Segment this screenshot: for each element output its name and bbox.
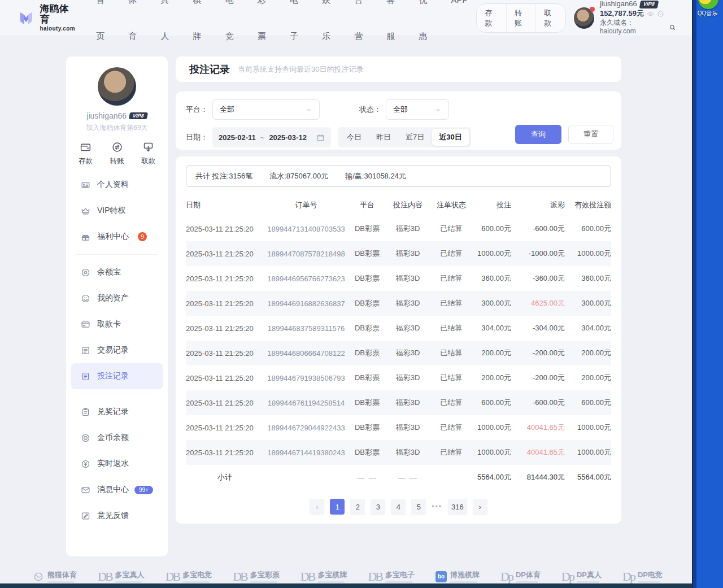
- cell-valid: 304.00元: [565, 323, 611, 333]
- search-icon[interactable]: [669, 24, 676, 31]
- footer-logo-DP电竞[interactable]: DpDP电竞: [622, 570, 663, 583]
- sidebar-item-余额宝[interactable]: 余额宝: [66, 259, 168, 285]
- footer-logo-熊猫体育[interactable]: 熊猫体育: [33, 570, 77, 583]
- sidebar-item-实时返水[interactable]: 实时返水: [66, 451, 168, 477]
- feedback-icon: [81, 511, 90, 521]
- cell-valid: 600.00元: [565, 398, 611, 408]
- nav-menu-item-优惠[interactable]: 优惠: [410, 0, 442, 54]
- list-icon: [81, 346, 90, 355]
- wallet-action-存款[interactable]: 存款: [477, 4, 506, 32]
- goldcoin-icon: [81, 433, 90, 443]
- cell-platform: DB彩票: [349, 398, 386, 408]
- brand-logo[interactable]: 海鸥体育 haiouty.com: [17, 4, 76, 31]
- footer-logo-name: 多宝电竞: [182, 570, 212, 583]
- summary-segment: 输/赢:301058.24元: [345, 171, 406, 181]
- quick-action-label: 转账: [110, 156, 124, 166]
- date-end: 2025-03-12: [269, 133, 307, 142]
- footer-logo-多宝电子[interactable]: DB多宝电子: [368, 570, 415, 583]
- cell-platform: DB彩票: [349, 348, 386, 358]
- qq-music-desktop-icon[interactable]: [698, 0, 718, 9]
- range-近30日[interactable]: 近30日: [432, 129, 468, 146]
- sidebar-avatar[interactable]: [98, 67, 136, 106]
- search-button[interactable]: 查询: [515, 125, 561, 144]
- table-body: 2025-03-11 21:25:201899447131408703533DB…: [186, 216, 611, 465]
- cell-content: 福彩3D: [386, 447, 430, 458]
- quick-action-存款[interactable]: 存款: [79, 141, 93, 166]
- sidebar-item-VIP特权[interactable]: VIP特权: [66, 198, 168, 224]
- cell-payout: 40041.65元: [511, 423, 565, 433]
- nav-right: 存款转账取款 jiushigan66 VIP8 152,787.59元: [476, 0, 676, 36]
- quick-action-取款[interactable]: 取款: [141, 141, 155, 166]
- sidebar-item-福利中心[interactable]: 福利中心9: [66, 224, 168, 250]
- nav-menu-item-电竞[interactable]: 电竞: [217, 0, 249, 54]
- col-header-日期: 日期: [186, 200, 264, 210]
- range-近7日[interactable]: 近7日: [399, 129, 431, 146]
- user-avatar[interactable]: [574, 7, 594, 29]
- sidebar-item-个人资料[interactable]: 个人资料: [66, 172, 168, 198]
- pagination-page-3[interactable]: 3: [371, 499, 385, 515]
- sidebar-item-兑奖记录[interactable]: 兑奖记录: [66, 399, 168, 425]
- pagination-page-5[interactable]: 5: [411, 499, 426, 515]
- assets-icon: [81, 294, 90, 303]
- platform-select[interactable]: 全部: [212, 99, 320, 120]
- sidebar-item-badge: 99+: [134, 486, 153, 494]
- pagination-page-1[interactable]: 1: [330, 499, 345, 515]
- status-select[interactable]: 全部: [386, 99, 449, 120]
- sidebar-item-取款卡[interactable]: 取款卡: [66, 311, 168, 337]
- eye-icon[interactable]: [647, 10, 654, 18]
- nav-menu-item-电子[interactable]: 电子: [281, 0, 313, 54]
- sidebar-item-意见反馈[interactable]: 意见反馈: [66, 503, 168, 529]
- nav-menu-item-APP[interactable]: APP: [443, 0, 477, 54]
- nav-menu-item-体育[interactable]: 体育: [120, 0, 152, 54]
- nav-menu-item-棋牌[interactable]: 棋牌: [185, 0, 217, 54]
- cell-status: 已结算: [430, 273, 473, 284]
- footer-logo-多宝真人[interactable]: DB多宝真人: [98, 570, 145, 583]
- footer-logo-多宝彩票[interactable]: DB多宝彩票: [233, 570, 280, 583]
- footer-partner-logos: 熊猫体育DB多宝真人DB多宝电竞DB多宝彩票DB多宝棋牌DB多宝电子bo博雅棋牌…: [0, 570, 692, 583]
- nav-menu-item-客服[interactable]: 客服: [378, 0, 410, 54]
- cell-date: 2025-03-11 21:25:20: [186, 324, 264, 333]
- sidebar-divider: [76, 394, 158, 394]
- footer-logo-DP真人[interactable]: DpDP真人: [561, 570, 602, 583]
- sidebar-vip-badge: VIP8: [129, 112, 148, 119]
- pagination-prev[interactable]: ‹: [310, 499, 324, 515]
- range-今日[interactable]: 今日: [340, 129, 368, 146]
- nav-menu-item-首页[interactable]: 首页: [88, 0, 120, 54]
- nav-menu-item-合营[interactable]: 合营: [346, 0, 378, 54]
- username: jiushigan66: [600, 0, 637, 9]
- sidebar-item-我的资产[interactable]: 我的资产: [66, 285, 168, 311]
- sidebar-item-投注记录[interactable]: 投注记录: [71, 363, 163, 389]
- pagination-page-316[interactable]: 316: [448, 499, 467, 515]
- range-昨日[interactable]: 昨日: [369, 129, 398, 146]
- cell-platform: DB彩票: [349, 298, 386, 308]
- footer-logo-多宝电竞[interactable]: DB多宝电竞: [165, 570, 212, 583]
- date-range-input[interactable]: 2025-02-11 ~ 2025-03-12: [212, 127, 331, 147]
- nav-menu-item-娱乐[interactable]: 娱乐: [313, 0, 346, 54]
- nav-menu-item-彩票[interactable]: 彩票: [249, 0, 281, 54]
- sidebar-item-金币余额[interactable]: 金币余额: [66, 425, 168, 451]
- footer-logo-DP体育[interactable]: DpDP体育: [500, 570, 541, 583]
- quick-action-转账[interactable]: 转账: [110, 141, 124, 166]
- cell-payout: -304.00元: [511, 323, 565, 333]
- pagination-page-2[interactable]: 2: [350, 499, 365, 515]
- reset-button[interactable]: 重置: [568, 125, 613, 144]
- nav-menu-item-真人[interactable]: 真人: [152, 0, 184, 54]
- pagination-next[interactable]: ›: [473, 499, 487, 515]
- wallet-action-转账[interactable]: 转账: [506, 4, 535, 32]
- platform-value: 全部: [220, 104, 234, 115]
- cell-payout: -200.00元: [511, 373, 565, 383]
- file-icon: [81, 372, 90, 381]
- footer-logo-博雅棋牌[interactable]: bo博雅棋牌: [435, 570, 480, 583]
- pagination-page-4[interactable]: 4: [391, 499, 406, 515]
- dp-logo-icon: Dp: [561, 570, 573, 583]
- cell-valid: 600.00元: [565, 224, 611, 234]
- sidebar-item-消息中心[interactable]: 消息中心99+: [66, 477, 168, 503]
- wallet-action-取款[interactable]: 取款: [535, 4, 565, 32]
- chevron-down-circle-icon[interactable]: [657, 10, 664, 18]
- table-row: 2025-03-11 21:25:201899447087578218498DB…: [186, 241, 611, 266]
- footer-logo-多宝棋牌[interactable]: DB多宝棋牌: [300, 570, 347, 583]
- top-navbar: 海鸥体育 haiouty.com 首页体育真人棋牌电竞彩票电子娱乐合营客服优惠A…: [0, 0, 692, 36]
- table-row: 2025-03-11 21:25:201899446806664708122DB…: [186, 341, 611, 365]
- user-info: jiushigan66 VIP8 152,787.59元 永久域名：haiout…: [600, 0, 676, 36]
- sidebar-item-交易记录[interactable]: 交易记录: [66, 337, 168, 363]
